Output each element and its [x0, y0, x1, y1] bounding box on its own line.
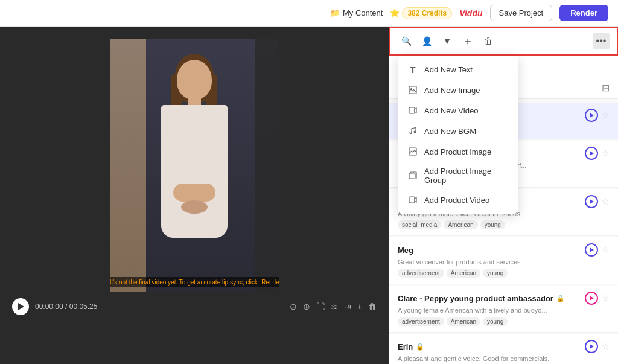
product-image-group-icon — [407, 170, 418, 181]
play-erin-button[interactable] — [585, 340, 598, 353]
add-scene-icon[interactable]: + — [357, 302, 362, 311]
arms — [173, 184, 215, 202]
play-vanessa-button[interactable] — [585, 147, 598, 160]
svg-rect-6 — [409, 173, 415, 179]
star-vanessa[interactable]: ☆ — [602, 148, 610, 158]
star-clare[interactable]: ☆ — [602, 293, 610, 303]
header: 📁 My Content ⭐ 382 Credits Viddu Save Pr… — [0, 0, 618, 27]
add-video-item[interactable]: Add New Video — [398, 100, 518, 121]
svg-rect-7 — [409, 197, 415, 203]
credits-display[interactable]: ⭐ 382 Credits — [390, 7, 452, 19]
dropdown-menu: T Add New Text Add New Image Add New Vid… — [398, 56, 518, 214]
filter-toolbar-icon[interactable]: ▼ — [439, 33, 456, 49]
zoom-out-icon[interactable]: ⊖ — [290, 302, 297, 311]
text-icon: T — [407, 64, 418, 75]
collection-filter-icon[interactable]: ⊟ — [602, 82, 610, 94]
hands — [181, 200, 208, 214]
video-preview — [110, 39, 279, 292]
main-area: ● It's not the final video yet. To get a… — [0, 27, 618, 364]
brand-logo: Viddu — [459, 8, 482, 18]
wardrobe-right-bg — [255, 39, 279, 292]
play-jessica-button[interactable] — [585, 109, 598, 122]
video-icon — [407, 105, 418, 116]
forward-icon[interactable]: ⇥ — [344, 302, 351, 311]
dress — [161, 105, 228, 238]
right-panel: 🔍 👤 ▼ ＋ 🗑 ••• T Add New Text Add New Ima… — [389, 27, 618, 364]
video-container: ● It's not the final video yet. To get a… — [110, 39, 279, 292]
add-toolbar-button[interactable]: ＋ — [459, 33, 476, 49]
video-controls: 00:00.00 / 00:05.25 ⊖ ⊕ ⛶ ≋ ⇥ + 🗑 — [12, 292, 377, 321]
my-content-button[interactable]: 📁 My Content — [330, 8, 383, 18]
add-product-image-item[interactable]: Add Product Image — [398, 141, 518, 162]
image-icon — [407, 85, 418, 95]
star-icon: ⭐ — [390, 8, 400, 18]
product-image-icon — [407, 146, 418, 157]
time-total: 00:05.25 — [69, 302, 98, 311]
star-meg[interactable]: ☆ — [602, 245, 610, 255]
head — [177, 60, 212, 100]
star-natasha[interactable]: ☆ — [602, 197, 610, 206]
add-image-item[interactable]: Add New Image — [398, 80, 518, 100]
add-product-video-item[interactable]: Add Product Video — [398, 190, 518, 210]
play-meg-button[interactable] — [585, 243, 598, 257]
render-button[interactable]: Render — [559, 5, 608, 21]
play-natasha-button[interactable] — [585, 195, 598, 208]
voice-item-erin[interactable]: Erin 🔒 ☆ A pleasant and gentle voice. Go… — [389, 334, 618, 364]
video-area: ● It's not the final video yet. To get a… — [0, 27, 389, 364]
not-final-notice: ● It's not the final video yet. To get a… — [110, 277, 279, 287]
waveform-icon[interactable]: ≋ — [331, 302, 338, 311]
add-bgm-item[interactable]: Add New BGM — [398, 121, 518, 141]
star-erin[interactable]: ☆ — [602, 342, 610, 351]
delete-toolbar-icon[interactable]: 🗑 — [480, 33, 497, 49]
search-toolbar-icon[interactable]: 🔍 — [398, 33, 415, 49]
delete-scene-icon[interactable]: 🗑 — [368, 302, 377, 311]
music-icon — [407, 126, 418, 136]
toolbar: 🔍 👤 ▼ ＋ 🗑 ••• T Add New Text Add New Ima… — [389, 27, 618, 56]
content-icon: 📁 — [330, 8, 340, 18]
more-toolbar-button[interactable]: ••• — [593, 33, 610, 49]
play-icon — [18, 303, 24, 310]
play-button[interactable] — [12, 298, 29, 315]
controls-right: ⊖ ⊕ ⛶ ≋ ⇥ + 🗑 — [290, 302, 377, 311]
time-display: 00:00.00 / 00:05.25 — [35, 302, 97, 311]
voice-item-meg[interactable]: Meg ☆ Great voiceover for products and s… — [389, 237, 618, 284]
voice-item-clare[interactable]: Clare - Peppy young product ambassador 🔒… — [389, 286, 618, 333]
time-current: 00:00.00 — [35, 302, 63, 311]
expand-icon[interactable]: ⛶ — [316, 302, 325, 311]
svg-point-3 — [410, 132, 412, 134]
svg-rect-2 — [409, 107, 415, 113]
save-project-button[interactable]: Save Project — [490, 5, 553, 21]
person-toolbar-icon[interactable]: 👤 — [418, 33, 435, 49]
add-text-item[interactable]: T Add New Text — [398, 59, 518, 80]
credits-amount: 382 Credits — [402, 7, 452, 19]
my-content-label: My Content — [343, 8, 383, 18]
product-video-icon — [407, 194, 418, 205]
svg-point-1 — [411, 88, 412, 89]
zoom-in-icon[interactable]: ⊕ — [303, 302, 310, 311]
add-product-image-group-item[interactable]: Add Product Image Group — [398, 162, 518, 190]
play-clare-button[interactable] — [585, 292, 598, 305]
svg-point-4 — [414, 131, 416, 133]
star-jessica[interactable]: ☆ — [602, 110, 610, 120]
